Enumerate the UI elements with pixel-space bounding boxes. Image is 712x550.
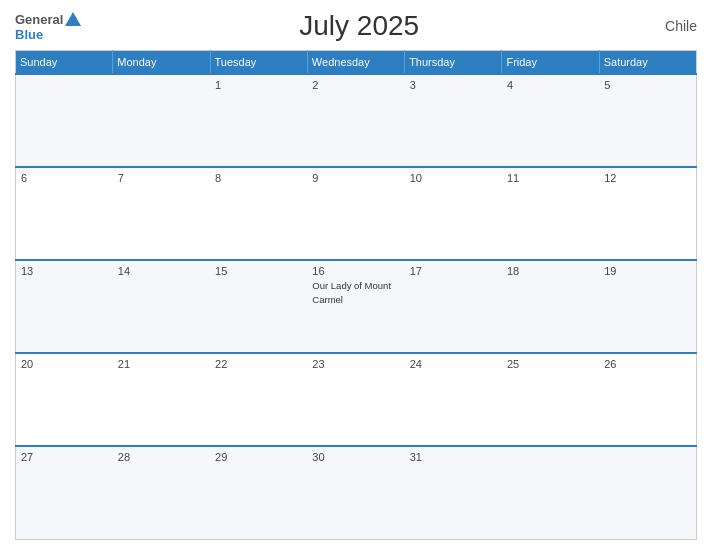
calendar-cell: 4 bbox=[502, 74, 599, 167]
calendar-cell: 11 bbox=[502, 167, 599, 260]
calendar-week-1: 12345 bbox=[16, 74, 697, 167]
day-number: 20 bbox=[21, 358, 108, 370]
calendar-cell: 16Our Lady of Mount Carmel bbox=[307, 260, 404, 353]
day-number: 12 bbox=[604, 172, 691, 184]
day-number: 19 bbox=[604, 265, 691, 277]
day-number: 27 bbox=[21, 451, 108, 463]
calendar-cell: 18 bbox=[502, 260, 599, 353]
day-number: 2 bbox=[312, 79, 399, 91]
calendar-week-4: 20212223242526 bbox=[16, 353, 697, 446]
calendar-header: Sunday Monday Tuesday Wednesday Thursday… bbox=[16, 51, 697, 75]
header-friday: Friday bbox=[502, 51, 599, 75]
day-number: 23 bbox=[312, 358, 399, 370]
calendar-cell: 27 bbox=[16, 446, 113, 539]
calendar-cell: 30 bbox=[307, 446, 404, 539]
calendar-table: Sunday Monday Tuesday Wednesday Thursday… bbox=[15, 50, 697, 540]
calendar-page: General Blue July 2025 Chile Sunday Mond… bbox=[0, 0, 712, 550]
calendar-week-2: 6789101112 bbox=[16, 167, 697, 260]
header-saturday: Saturday bbox=[599, 51, 696, 75]
calendar-cell: 14 bbox=[113, 260, 210, 353]
day-number: 15 bbox=[215, 265, 302, 277]
calendar-event: Our Lady of Mount Carmel bbox=[312, 280, 391, 304]
day-number: 4 bbox=[507, 79, 594, 91]
day-number: 13 bbox=[21, 265, 108, 277]
calendar-cell bbox=[599, 446, 696, 539]
day-number: 6 bbox=[21, 172, 108, 184]
calendar-cell: 2 bbox=[307, 74, 404, 167]
calendar-cell: 8 bbox=[210, 167, 307, 260]
day-number: 25 bbox=[507, 358, 594, 370]
calendar-cell: 31 bbox=[405, 446, 502, 539]
calendar-title: July 2025 bbox=[81, 10, 637, 42]
day-number: 30 bbox=[312, 451, 399, 463]
calendar-cell: 15 bbox=[210, 260, 307, 353]
day-number: 1 bbox=[215, 79, 302, 91]
calendar-cell: 13 bbox=[16, 260, 113, 353]
calendar-cell: 29 bbox=[210, 446, 307, 539]
day-number: 9 bbox=[312, 172, 399, 184]
calendar-cell bbox=[502, 446, 599, 539]
logo-triangle-icon bbox=[65, 12, 81, 26]
day-number: 24 bbox=[410, 358, 497, 370]
logo-general-text: General bbox=[15, 13, 63, 26]
calendar-cell: 7 bbox=[113, 167, 210, 260]
calendar-cell: 20 bbox=[16, 353, 113, 446]
header-thursday: Thursday bbox=[405, 51, 502, 75]
days-header-row: Sunday Monday Tuesday Wednesday Thursday… bbox=[16, 51, 697, 75]
logo-blue-text: Blue bbox=[15, 28, 43, 41]
day-number: 16 bbox=[312, 265, 399, 277]
logo-stack: General Blue bbox=[15, 12, 81, 41]
calendar-cell: 21 bbox=[113, 353, 210, 446]
day-number: 26 bbox=[604, 358, 691, 370]
header-wednesday: Wednesday bbox=[307, 51, 404, 75]
calendar-cell: 17 bbox=[405, 260, 502, 353]
calendar-cell bbox=[16, 74, 113, 167]
calendar-cell: 24 bbox=[405, 353, 502, 446]
calendar-cell: 12 bbox=[599, 167, 696, 260]
calendar-cell: 23 bbox=[307, 353, 404, 446]
header: General Blue July 2025 Chile bbox=[15, 10, 697, 42]
day-number: 10 bbox=[410, 172, 497, 184]
day-number: 22 bbox=[215, 358, 302, 370]
day-number: 8 bbox=[215, 172, 302, 184]
calendar-cell: 5 bbox=[599, 74, 696, 167]
logo: General Blue bbox=[15, 12, 81, 41]
calendar-cell: 3 bbox=[405, 74, 502, 167]
calendar-week-5: 2728293031 bbox=[16, 446, 697, 539]
day-number: 28 bbox=[118, 451, 205, 463]
calendar-cell bbox=[113, 74, 210, 167]
header-sunday: Sunday bbox=[16, 51, 113, 75]
day-number: 5 bbox=[604, 79, 691, 91]
calendar-cell: 25 bbox=[502, 353, 599, 446]
calendar-week-3: 13141516Our Lady of Mount Carmel171819 bbox=[16, 260, 697, 353]
header-tuesday: Tuesday bbox=[210, 51, 307, 75]
day-number: 31 bbox=[410, 451, 497, 463]
header-monday: Monday bbox=[113, 51, 210, 75]
calendar-cell: 10 bbox=[405, 167, 502, 260]
calendar-cell: 9 bbox=[307, 167, 404, 260]
day-number: 3 bbox=[410, 79, 497, 91]
calendar-cell: 26 bbox=[599, 353, 696, 446]
day-number: 14 bbox=[118, 265, 205, 277]
day-number: 21 bbox=[118, 358, 205, 370]
day-number: 7 bbox=[118, 172, 205, 184]
day-number: 11 bbox=[507, 172, 594, 184]
calendar-cell: 28 bbox=[113, 446, 210, 539]
calendar-cell: 1 bbox=[210, 74, 307, 167]
calendar-cell: 19 bbox=[599, 260, 696, 353]
country-label: Chile bbox=[637, 18, 697, 34]
day-number: 18 bbox=[507, 265, 594, 277]
calendar-cell: 6 bbox=[16, 167, 113, 260]
day-number: 17 bbox=[410, 265, 497, 277]
calendar-cell: 22 bbox=[210, 353, 307, 446]
calendar-body: 12345678910111213141516Our Lady of Mount… bbox=[16, 74, 697, 540]
day-number: 29 bbox=[215, 451, 302, 463]
